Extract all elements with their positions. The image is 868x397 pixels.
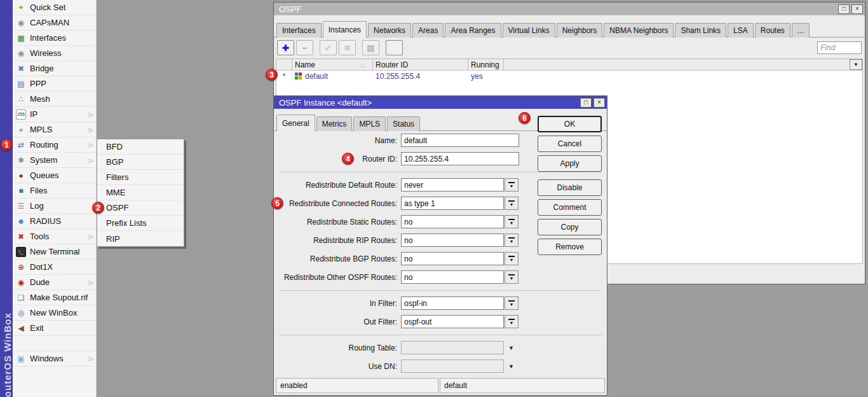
maximize-button[interactable]: □: [838, 4, 850, 14]
in-filter-value[interactable]: ospf-in: [401, 296, 504, 310]
dialog-titlebar[interactable]: OSPF Instance <default> □ ×: [274, 96, 607, 109]
redistribute-static-routes-dropdown-button[interactable]: ▼: [505, 215, 519, 228]
ok-button[interactable]: OK: [538, 116, 602, 132]
tab-virtual-links[interactable]: Virtual Links: [503, 23, 555, 38]
tab-networks[interactable]: Networks: [368, 23, 411, 38]
tab-areas[interactable]: Areas: [412, 23, 444, 38]
sidebar-item-tools[interactable]: ✖Tools▷: [13, 229, 96, 244]
redistribute-connected-routes-combo[interactable]: as type 1▼: [401, 197, 519, 210]
tab-instances[interactable]: Instances: [323, 21, 367, 38]
check-button[interactable]: ✔: [320, 40, 337, 55]
sidebar-item-windows[interactable]: ▣Windows▷: [13, 351, 96, 366]
redistribute-rip-routes-dropdown-button[interactable]: ▼: [505, 233, 519, 247]
close-button[interactable]: ×: [851, 4, 863, 14]
tab-routes[interactable]: Routes: [755, 23, 790, 38]
redistribute-rip-routes-value[interactable]: no: [401, 233, 504, 247]
redistribute-connected-routes-value[interactable]: as type 1: [401, 197, 504, 210]
redistribute-bgp-routes-dropdown-button[interactable]: ▼: [505, 252, 519, 265]
dialog-tab-general[interactable]: General: [276, 115, 315, 131]
comment-button[interactable]: Comment: [538, 199, 602, 216]
router-id-input[interactable]: 10.255.255.4: [401, 152, 519, 165]
submenu-item-rip[interactable]: RIP: [97, 231, 184, 246]
tab-area-ranges[interactable]: Area Ranges: [445, 23, 501, 38]
submenu-item-filters[interactable]: Filters: [97, 170, 184, 185]
redistribute-static-routes-combo[interactable]: no▼: [401, 215, 519, 228]
sidebar-item-queues[interactable]: ●Queues: [13, 168, 96, 183]
sidebar-item-log[interactable]: ☰Log: [13, 198, 96, 214]
sidebar-item-new-terminal[interactable]: ›_New Terminal: [13, 244, 96, 260]
apply-button[interactable]: Apply: [538, 155, 602, 172]
redistribute-default-route-value[interactable]: never: [401, 178, 504, 192]
redistribute-other-ospf-routes-combo[interactable]: no▼: [401, 270, 519, 284]
submenu-item-mme[interactable]: MME: [97, 185, 184, 200]
redistribute-default-route-combo[interactable]: never▼: [401, 178, 519, 192]
tab-nbma-neighbors[interactable]: NBMA Neighbors: [604, 23, 674, 38]
sidebar-item-wireless[interactable]: ◉Wireless: [13, 46, 96, 61]
submenu-item-ospf[interactable]: OSPF: [97, 200, 184, 216]
out-filter-combo[interactable]: ospf-out▼: [401, 315, 519, 328]
redistribute-bgp-routes-value[interactable]: no: [401, 252, 504, 265]
sidebar-item-dot1x[interactable]: ⊕Dot1X: [13, 260, 96, 275]
sidebar-item-make-supout-rif[interactable]: ❏Make Supout.rif: [13, 290, 96, 305]
table-row[interactable]: *default10.255.255.4yes: [276, 71, 862, 81]
sidebar-item-capsman[interactable]: ◉CAPsMAN: [13, 15, 96, 31]
name-input[interactable]: default: [401, 134, 519, 147]
in-filter-dropdown-button[interactable]: ▼: [505, 296, 519, 310]
redistribute-other-ospf-routes-value[interactable]: no: [401, 270, 504, 284]
sidebar-item-system[interactable]: ✱System▷: [13, 153, 96, 168]
submenu-item-prefix-lists[interactable]: Prefix Lists: [97, 216, 184, 231]
cross-button[interactable]: ✖: [339, 40, 356, 55]
redistribute-default-route-dropdown-button[interactable]: ▼: [505, 178, 519, 192]
filter-button[interactable]: [386, 40, 403, 55]
redistribute-other-ospf-routes-dropdown-button[interactable]: ▼: [505, 270, 519, 284]
tab-interfaces[interactable]: Interfaces: [276, 23, 322, 38]
status-enabled: enabled: [276, 378, 438, 393]
tab-lsa[interactable]: LSA: [728, 23, 754, 38]
table-header-name[interactable]: Name△: [292, 59, 373, 70]
sidebar-item-interfaces[interactable]: ▦Interfaces: [13, 31, 96, 46]
redistribute-bgp-routes-combo[interactable]: no▼: [401, 252, 519, 265]
redistribute-connected-routes-dropdown-button[interactable]: ▼: [505, 197, 519, 210]
dialog-tab-status[interactable]: Status: [387, 116, 420, 131]
sidebar-item-routing[interactable]: ⇄Routing▷: [13, 137, 96, 153]
disable-button[interactable]: Disable: [538, 179, 602, 196]
dialog-maximize-button[interactable]: □: [580, 98, 592, 108]
sidebar-item-exit[interactable]: ◀Exit: [13, 321, 96, 336]
find-input[interactable]: [817, 41, 862, 54]
column-select-button[interactable]: ▼: [850, 59, 862, 70]
comment-card-button[interactable]: ▤: [362, 40, 379, 55]
redistribute-static-routes-value[interactable]: no: [401, 215, 504, 228]
sidebar-item-radius[interactable]: ☻RADIUS: [13, 214, 96, 229]
sidebar-item-ip[interactable]: 255IP▷: [13, 107, 96, 122]
submenu-item-bfd[interactable]: BFD: [97, 139, 184, 155]
sidebar-item-files[interactable]: ■Files: [13, 183, 96, 198]
sidebar-item-label: Windows: [30, 354, 85, 363]
sidebar-item-mpls[interactable]: ●MPLS▷: [13, 122, 96, 137]
cancel-button[interactable]: Cancel: [538, 136, 602, 152]
copy-button[interactable]: Copy: [538, 219, 602, 235]
sidebar-item-dude[interactable]: ◉Dude▷: [13, 275, 96, 290]
sidebar-item-quick-set[interactable]: ✦Quick Set: [13, 0, 96, 15]
in-filter-combo[interactable]: ospf-in▼: [401, 296, 519, 310]
dialog-tab-mpls[interactable]: MPLS: [353, 116, 386, 131]
sidebar-item-mesh[interactable]: ∴Mesh: [13, 92, 96, 107]
sidebar-item-new-winbox[interactable]: ◎New WinBox: [13, 305, 96, 321]
ospf-window-titlebar[interactable]: OSPF □ ×: [274, 3, 865, 15]
tab-sham-links[interactable]: Sham Links: [675, 23, 726, 38]
minus-button[interactable]: −: [296, 40, 313, 55]
out-filter-dropdown-button[interactable]: ▼: [505, 315, 519, 328]
sidebar-item-ppp[interactable]: ▤PPP: [13, 76, 96, 92]
out-filter-value[interactable]: ospf-out: [401, 315, 504, 328]
submenu-item-bgp[interactable]: BGP: [97, 155, 184, 170]
tab-[interactable]: ...: [792, 23, 810, 38]
dialog-tab-metrics[interactable]: Metrics: [316, 116, 353, 131]
sidebar-item-bridge[interactable]: ✖Bridge: [13, 61, 96, 76]
dialog-close-button[interactable]: ×: [593, 98, 605, 108]
remove-button[interactable]: Remove: [538, 239, 602, 255]
table-header-running[interactable]: Running: [468, 59, 504, 70]
redistribute-rip-routes-combo[interactable]: no▼: [401, 233, 519, 247]
plus-button[interactable]: ✚: [277, 40, 294, 55]
routing-submenu: BFDBGPFiltersMMEOSPFPrefix ListsRIP: [97, 139, 184, 247]
tab-neighbors[interactable]: Neighbors: [557, 23, 603, 38]
table-header-router-id[interactable]: Router ID: [373, 59, 468, 70]
